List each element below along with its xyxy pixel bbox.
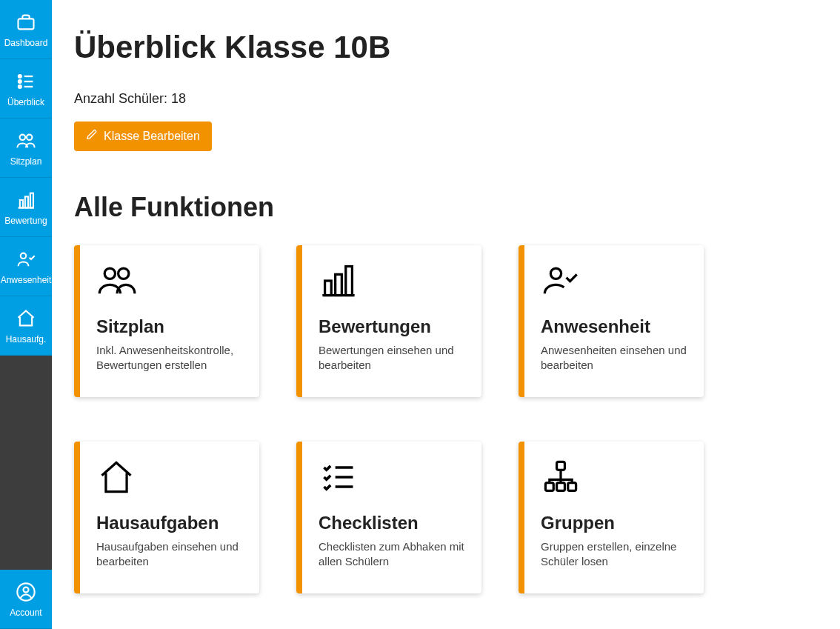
page-title: Überblick Klasse 10B	[74, 30, 818, 65]
svg-point-7	[20, 134, 25, 139]
list-icon	[16, 71, 36, 94]
svg-rect-27	[545, 483, 553, 491]
person-check-icon	[16, 249, 36, 272]
sidebar-item-attendance[interactable]: Anwesenheit	[0, 237, 52, 296]
svg-rect-21	[346, 267, 353, 296]
sidebar-item-label: Überblick	[7, 98, 44, 107]
svg-point-17	[119, 268, 129, 279]
card-stripe	[296, 245, 302, 397]
svg-rect-0	[19, 19, 34, 29]
bar-chart-icon	[16, 190, 36, 213]
svg-rect-20	[336, 274, 342, 295]
card-title: Gruppen	[541, 513, 689, 533]
svg-point-8	[27, 134, 32, 139]
card-desc: Anwesenheiten einsehen und bearbeiten	[541, 343, 689, 373]
edit-class-button-label: Klasse Bearbeiten	[104, 130, 200, 143]
card-desc: Gruppen erstellen, einzelne Schüler lose…	[541, 539, 689, 570]
svg-point-15	[24, 587, 29, 592]
sidebar-item-grading[interactable]: Bewertung	[0, 178, 52, 237]
card-stripe	[74, 245, 80, 397]
card-seating[interactable]: Sitzplan Inkl. Anwesenheitskontrolle, Be…	[74, 245, 259, 397]
card-attendance[interactable]: Anwesenheit Anwesenheiten einsehen und b…	[519, 245, 704, 397]
card-desc: Bewertungen einsehen und bearbeiten	[319, 343, 467, 373]
person-check-icon	[541, 262, 689, 303]
people-icon	[16, 130, 36, 153]
card-groups[interactable]: Gruppen Gruppen erstellen, einzelne Schü…	[519, 442, 704, 593]
sidebar-item-label: Bewertung	[4, 216, 47, 225]
card-title: Bewertungen	[319, 316, 467, 337]
svg-point-22	[550, 268, 561, 279]
student-count: Anzahl Schüler: 18	[74, 91, 818, 107]
card-title: Sitzplan	[96, 316, 244, 337]
card-stripe	[519, 442, 524, 593]
bar-chart-icon	[319, 262, 467, 303]
briefcase-icon	[16, 12, 36, 35]
card-title: Hausaufgaben	[96, 513, 244, 533]
card-title: Anwesenheit	[541, 316, 689, 337]
svg-rect-11	[25, 196, 28, 207]
svg-rect-28	[557, 483, 565, 491]
sidebar-item-label: Account	[10, 608, 41, 617]
card-stripe	[296, 442, 302, 593]
svg-rect-10	[20, 200, 23, 208]
sidebar-item-homework[interactable]: Hausaufg.	[0, 296, 52, 356]
sidebar-item-label: Hausaufg.	[6, 335, 47, 344]
svg-point-2	[19, 80, 21, 83]
account-icon	[16, 582, 36, 605]
sidebar-item-seating[interactable]: Sitzplan	[0, 119, 52, 178]
edit-class-button[interactable]: Klasse Bearbeiten	[74, 122, 212, 151]
card-checklists[interactable]: Checklisten Checklisten zum Abhaken mit …	[296, 442, 481, 593]
sidebar-item-label: Sitzplan	[10, 157, 42, 166]
card-title: Checklisten	[319, 513, 467, 533]
card-desc: Checklisten zum Abhaken mit allen Schüle…	[319, 539, 467, 570]
svg-rect-19	[325, 281, 332, 296]
svg-rect-12	[30, 193, 33, 207]
org-chart-icon	[541, 458, 689, 499]
card-grading[interactable]: Bewertungen Bewertungen einsehen und bea…	[296, 245, 481, 397]
card-desc: Hausaufgaben einsehen und bearbeiten	[96, 539, 244, 570]
svg-rect-29	[568, 483, 576, 491]
function-cards: Sitzplan Inkl. Anwesenheitskontrolle, Be…	[74, 245, 818, 593]
sidebar-item-overview[interactable]: Überblick	[0, 59, 52, 119]
sidebar-item-account[interactable]: Account	[0, 570, 52, 629]
main-content: Überblick Klasse 10B Anzahl Schüler: 18 …	[52, 0, 840, 629]
card-homework[interactable]: Hausaufgaben Hausaufgaben einsehen und b…	[74, 442, 259, 593]
people-icon	[96, 262, 244, 303]
home-icon	[16, 308, 36, 331]
home-icon	[96, 458, 244, 499]
sidebar: Dashboard Überblick	[0, 0, 52, 629]
pencil-icon	[86, 129, 98, 144]
sidebar-item-label: Anwesenheit	[1, 276, 52, 284]
svg-point-16	[104, 268, 115, 279]
sidebar-item-label: Dashboard	[4, 39, 48, 47]
checklist-icon	[319, 458, 467, 499]
section-title: Alle Funktionen	[74, 192, 818, 223]
sidebar-item-dashboard[interactable]: Dashboard	[0, 0, 52, 59]
svg-point-3	[19, 85, 21, 88]
card-stripe	[519, 245, 524, 397]
card-desc: Inkl. Anwesenheitskontrolle, Bewertungen…	[96, 343, 244, 373]
svg-point-1	[19, 75, 21, 78]
svg-point-13	[21, 253, 26, 258]
card-stripe	[74, 442, 80, 593]
svg-rect-26	[557, 462, 565, 470]
